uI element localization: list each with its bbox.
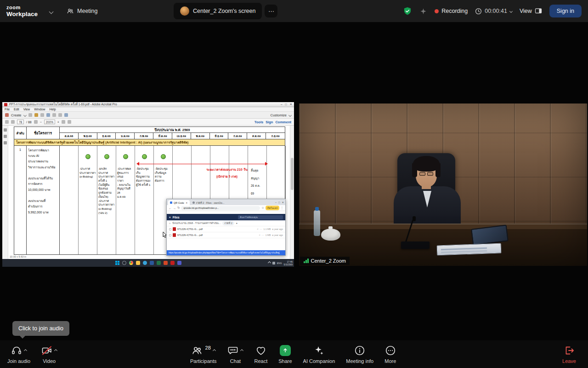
toolbar-icon: [5, 113, 9, 117]
maximize-icon: □: [278, 201, 280, 204]
chevron-up-icon[interactable]: [240, 349, 243, 352]
person-glasses: [418, 172, 435, 176]
acrobat-window-title: PPT-การประชุมคณะกรรมการเทคโนโลยีดิจิทัล …: [9, 102, 279, 107]
chevron-down-icon[interactable]: [509, 9, 513, 12]
meeting-control-bar: Join audio Video 28 Participants: [0, 340, 588, 368]
activity-nov: -ประกาศ ประกวดราคา (e-Bidding): [79, 146, 97, 179]
system-tray: ENG 17:46 5/3/2569: [268, 260, 293, 266]
chat-button[interactable]: Chat: [222, 340, 249, 368]
browser-overlay-window: QR Code ✕ งวดที่ 2 - Files - ownClo... –…: [166, 199, 286, 256]
qr-favicon: [170, 201, 172, 204]
month-header: ก.ค.69: [228, 133, 247, 139]
page-total-label: / 88: [26, 121, 32, 124]
microphone-base: [401, 242, 430, 249]
page-size-indicator: 10.00 x 5.63 in: [10, 255, 26, 258]
window-controls: –□✕: [281, 103, 292, 106]
hamburger-menu-icon: ≡: [169, 216, 171, 219]
info-icon: [354, 345, 365, 356]
react-button[interactable]: React: [249, 340, 273, 368]
security-shield-icon[interactable]: [403, 6, 412, 16]
person-hair: [413, 156, 440, 172]
tab-meeting[interactable]: Meeting: [67, 7, 97, 15]
heart-icon: [255, 345, 266, 356]
leave-meeting-icon: [564, 345, 575, 356]
sign-in-button[interactable]: Sign in: [549, 5, 582, 17]
clock-icon: [475, 8, 482, 15]
shared-screen-pane[interactable]: PPT-การประชุมคณะกรรมการเทคโนโลยีดิจิทัล …: [2, 102, 294, 267]
more-button[interactable]: More: [379, 340, 401, 368]
file-size: 1.1 MB: [264, 228, 271, 230]
menu-file: File: [5, 108, 10, 111]
file-name: 671226-ICT01-G....pdf: [177, 234, 203, 236]
attachments-panel-icon: [4, 141, 7, 144]
add-button: +: [236, 222, 237, 224]
file-row: 671226-ICT01-G....pdf < ⋯ 1.1 MB a year …: [167, 226, 285, 232]
ai-companion-button[interactable]: AI Companion: [298, 340, 341, 368]
top-bar: zoom Workplace Meeting Center_2 Zoom's s…: [0, 0, 588, 22]
month-header: ก.พ.69: [135, 133, 153, 139]
mouse-cursor: [163, 231, 167, 238]
month-cell: -ยกเลิก ประกาศ ประกวดราคา ครั้งที่ 1 (ไม…: [97, 146, 116, 254]
minimize-icon: –: [281, 103, 283, 106]
milestone-dot: [85, 154, 90, 159]
pages-panel-icon: [4, 135, 7, 138]
audio-level-icon: [304, 259, 309, 263]
sparkle-icon[interactable]: [419, 7, 427, 15]
create-button: Create: [11, 113, 22, 117]
milestone-dot: [142, 154, 147, 159]
zoom-out-icon: −: [40, 121, 42, 124]
month-header: มี.ค.69: [153, 133, 172, 139]
meeting-timer[interactable]: 00:00:41: [475, 8, 512, 15]
join-audio-button[interactable]: Join audio: [2, 340, 36, 368]
maximize-icon: □: [285, 103, 287, 106]
file-explorer-icon: [136, 261, 140, 265]
headset-icon: [11, 345, 22, 356]
comment-link: Comment: [275, 120, 291, 124]
fiscal-year-header: ปีงบประมาณ พ.ศ. 2569: [60, 127, 285, 133]
teams-icon: [177, 261, 181, 265]
chevron-down-icon: [288, 113, 292, 116]
share-button[interactable]: Share: [273, 340, 297, 368]
column-header-index: ลำดับ: [14, 127, 27, 139]
participants-button[interactable]: 28 Participants: [185, 340, 222, 368]
chevron-up-icon[interactable]: [213, 349, 216, 352]
milestone-dot: [123, 154, 128, 159]
meeting-info-button[interactable]: Meeting info: [340, 340, 379, 368]
view-button[interactable]: View: [520, 7, 542, 15]
month-header: พ.ค.69: [191, 133, 210, 139]
month-header: ธ.ค.68: [97, 133, 116, 139]
chevron-up-icon[interactable]: [24, 349, 27, 352]
taskbar-icons: [115, 261, 181, 265]
teapot: [321, 229, 340, 241]
tab-screen-share[interactable]: Center_2 Zoom's screen: [174, 3, 262, 19]
bookmarks-panel-icon: [4, 128, 7, 132]
powerpoint-icon: [164, 261, 168, 265]
ellipsis-icon: ⋯: [268, 8, 274, 15]
browser-tab-qr: QR Code ✕: [168, 200, 190, 205]
breadcrumb: ปีงบประมาณ 2568 - รายงานผลการดำเนิน...: [172, 221, 220, 225]
chevron-up-icon[interactable]: [54, 349, 57, 352]
milestone-dot: [104, 154, 109, 159]
top-bar-right: Recording 00:00:41 View Sign in: [403, 5, 582, 17]
menu-window: Window: [34, 108, 45, 111]
menu-help: Help: [49, 108, 56, 111]
video-button[interactable]: Video: [36, 340, 62, 368]
search-input: ค้นหาไฟล์ของคุณ: [238, 215, 283, 219]
chevron-down-icon[interactable]: [49, 9, 54, 14]
timer-value: 00:00:41: [485, 8, 507, 14]
toolbar-icon: [64, 113, 68, 117]
participant-video-pane[interactable]: Center_2 Zoom: [299, 104, 587, 266]
menu-edit: Edit: [14, 108, 19, 111]
chat-icon: [227, 345, 238, 356]
pdf-file-icon: [173, 227, 176, 231]
month-header-row: ต.ค.68 พ.ย.68 ธ.ค.68 ม.ค.69 ก.พ.69 มี.ค.…: [60, 133, 285, 139]
notice-pill: เปิดในแอป: [266, 206, 279, 210]
tab-options-button[interactable]: ⋯: [265, 5, 277, 17]
month-cell: -ประกาศ ประกวดราคา (e-Bidding): [79, 146, 97, 254]
browser-tab-files: งวดที่ 2 - Files - ownClo...: [191, 200, 226, 205]
leave-button[interactable]: Leave: [557, 340, 582, 368]
month-header: มิ.ย.69: [210, 133, 229, 139]
customize-button: Customize: [271, 113, 287, 117]
page-number-field: 78: [17, 120, 24, 124]
close-icon: ✕: [290, 103, 292, 106]
